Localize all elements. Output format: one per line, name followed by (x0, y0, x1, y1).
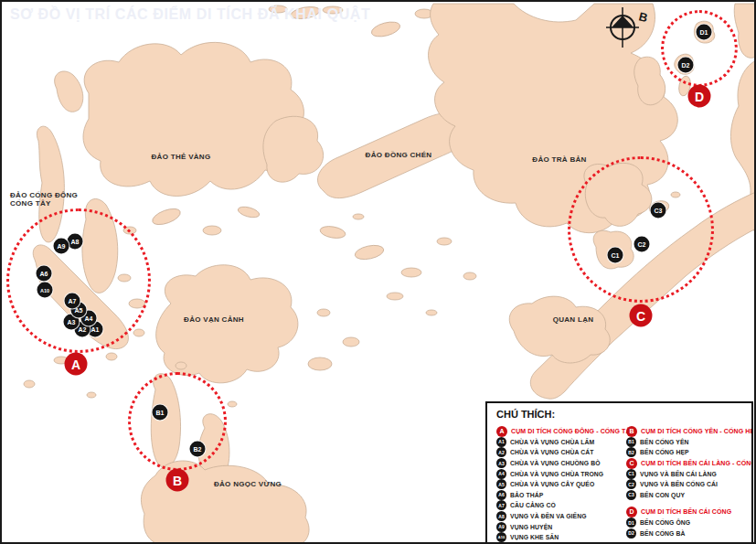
legend-label: BẾN CỐNG BÀ (640, 530, 685, 537)
legend-column-right: BCỤM DI TÍCH CỐNG YÊN - CỐNG HẸPB1BẾN CỐ… (626, 426, 752, 539)
legend-badge-C2: C2 (626, 479, 636, 489)
legend-label: CHÙA VÀ VỤNG CHÙA CÁT (510, 449, 593, 455)
legend-label: BẢO THÁP (510, 492, 543, 498)
legend-label: CỤM DI TÍCH CỐNG ĐÔNG - CỐNG TÂY (511, 428, 634, 434)
legend-row-A6: A6BẢO THÁP (496, 490, 626, 501)
legend-badge-A3: A3 (496, 458, 506, 468)
legend-row-A4: A4CHÙA VÀ VỤNG CHÙA TRONG (496, 468, 626, 479)
legend-row-B1: B1BẾN CỐNG YÊN (626, 437, 752, 448)
cluster-C-badge: C (630, 304, 653, 327)
legend-badge-C3: C3 (626, 490, 636, 500)
legend-badge-B: B (626, 426, 637, 437)
legend-label: CỤM DI TÍCH BẾN CÁI LÀNG - CỐNG CÁI (641, 460, 753, 466)
cluster-D-badge: D (688, 85, 711, 108)
island-label: ĐẢO CỐNG ĐÔNG CỐNG TÂY (10, 191, 78, 208)
legend-row-C3: C3BẾN CON QUY (626, 490, 752, 501)
legend-label: BẾN CỐNG YÊN (640, 439, 689, 445)
legend-row-C: CCỤM DI TÍCH BẾN CÁI LÀNG - CỐNG CÁI (626, 458, 752, 469)
legend-badge-A4: A4 (496, 469, 506, 479)
island-label: ĐẢO NGỌC VỪNG (214, 480, 282, 488)
cluster-B-dotted-circle (128, 372, 227, 471)
legend-badge-A: A (496, 426, 507, 437)
legend-label: CỤM DI TÍCH BẾN CÁI CỐNG (641, 508, 731, 515)
site-marker-A10: A10 (37, 283, 53, 298)
island-label: ĐẢO THẺ VÀNG (152, 153, 211, 161)
site-marker-A9: A9 (54, 239, 69, 254)
cluster-B-badge: B (166, 469, 189, 492)
legend-label: CHÙA VÀ VỤNG CÂY QUÉO (510, 481, 594, 487)
legend-title: CHÚ THÍCH: (496, 409, 555, 420)
legend-badge-A6: A6 (496, 490, 506, 500)
site-marker-C2: C2 (634, 237, 650, 252)
legend-row-B2: B2BẾN CỐNG HẸP (626, 447, 752, 458)
legend-label: CHÙA VÀ VỤNG CHUỒNG BÒ (510, 460, 601, 466)
legend-badge-A10: A10 (496, 532, 506, 542)
legend-badge-C1: C1 (626, 469, 636, 479)
legend-row-A7: A7CẦU CẢNG CỔ (496, 500, 626, 511)
legend-badge-A7: A7 (496, 500, 506, 510)
legend-column-left: ACỤM DI TÍCH CỐNG ĐÔNG - CỐNG TÂYA1CHÙA … (496, 426, 626, 543)
map-page: B SƠ ĐỒ VỊ TRÍ CÁC ĐIỂM DI TÍCH ĐÃ KHAI … (0, 0, 756, 544)
legend-label: CẦU CẢNG CỔ (510, 502, 556, 508)
legend-badge-C: C (626, 458, 637, 469)
legend-row-A: ACỤM DI TÍCH CỐNG ĐÔNG - CỐNG TÂY (496, 426, 626, 437)
legend-row-C2: C2VỤNG VÀ BẾN CỐNG CÁI (626, 479, 752, 490)
legend-row-A2: A2CHÙA VÀ VỤNG CHÙA CÁT (496, 447, 626, 458)
legend-row-A1: A1CHÙA VÀ VỤNG CHÙA LẤM (496, 437, 626, 448)
legend-label: CỤM DI TÍCH CỐNG YÊN - CỐNG HẸP (641, 428, 753, 434)
legend-badge-A8: A8 (496, 511, 506, 521)
site-marker-B2: B2 (190, 442, 206, 457)
cluster-C-dotted-circle (568, 156, 714, 303)
island-label: QUAN LẠN (553, 315, 594, 324)
site-marker-C3: C3 (651, 203, 666, 219)
legend-row-A10: A10VỤNG KHE SẤN (496, 532, 626, 543)
legend-row-C1: C1VỤNG VÀ BẾN CÁI LÀNG (626, 468, 752, 479)
legend-spacer (626, 500, 752, 507)
cluster-D-dotted-circle (661, 10, 738, 87)
legend-row-B: BCỤM DI TÍCH CỐNG YÊN - CỐNG HẸP (626, 426, 752, 437)
page-title: SƠ ĐỒ VỊ TRÍ CÁC ĐIỂM DI TÍCH ĐÃ KHAI QU… (10, 6, 370, 23)
legend-row-D1: D1BẾN CỐNG ÔNG (626, 517, 752, 528)
legend-badge-D: D (626, 507, 637, 517)
legend-badge-D2: D2 (626, 528, 636, 539)
legend-label: BẾN CỐNG ÔNG (640, 519, 690, 526)
site-marker-A8: A8 (68, 234, 83, 250)
legend-row-A8: A8VỤNG VÀ ĐỀN VA GIẾNG (496, 511, 626, 522)
legend-badge-B2: B2 (626, 447, 636, 457)
legend-badge-B1: B1 (626, 437, 636, 447)
site-marker-A7: A7 (65, 293, 80, 309)
legend-label: VỤNG VÀ BẾN CỐNG CÁI (640, 481, 718, 487)
site-marker-D1: D1 (697, 25, 712, 40)
legend-row-D2: D2BẾN CỐNG BÀ (626, 528, 752, 539)
legend-label: CHÙA VÀ VỤNG CHÙA LẤM (510, 439, 594, 445)
legend-row-A9: A9VỤNG HUYỆN (496, 521, 626, 532)
island-label: ĐẢO ĐỒNG CHÉN (366, 151, 432, 159)
legend-label: VỤNG HUYỆN (510, 524, 552, 530)
island-label: ĐẢO VẠN CẢNH (184, 315, 244, 324)
site-marker-B1: B1 (153, 405, 168, 421)
island-label: ĐẢO TRÀ BẢN (532, 155, 586, 164)
cluster-A-badge: A (65, 353, 88, 376)
legend-box: CHÚ THÍCH: ACỤM DI TÍCH CỐNG ĐÔNG - CỐNG… (485, 401, 753, 544)
legend-badge-A2: A2 (496, 447, 506, 457)
legend-badge-A5: A5 (496, 479, 506, 489)
legend-label: VỤNG VÀ BẾN CÁI LÀNG (640, 471, 717, 477)
legend-row-D: DCỤM DI TÍCH BẾN CÁI CỐNG (626, 507, 752, 517)
legend-badge-A9: A9 (496, 522, 506, 532)
legend-badge-D1: D1 (626, 517, 636, 528)
legend-label: BẾN CON QUY (640, 492, 685, 498)
legend-label: VỤNG VÀ ĐỀN VA GIẾNG (510, 513, 587, 519)
legend-badge-A1: A1 (496, 437, 506, 447)
legend-row-A5: A5CHÙA VÀ VỤNG CÂY QUÉO (496, 479, 626, 490)
legend-label: CHÙA VÀ VỤNG CHÙA TRONG (510, 471, 603, 477)
site-marker-A6: A6 (37, 266, 52, 282)
legend-label: VỤNG KHE SẤN (510, 534, 559, 540)
legend-label: BẾN CỐNG HẸP (640, 449, 689, 455)
site-marker-D2: D2 (678, 58, 694, 73)
site-marker-C1: C1 (608, 248, 623, 263)
legend-row-A3: A3CHÙA VÀ VỤNG CHUỒNG BÒ (496, 458, 626, 469)
